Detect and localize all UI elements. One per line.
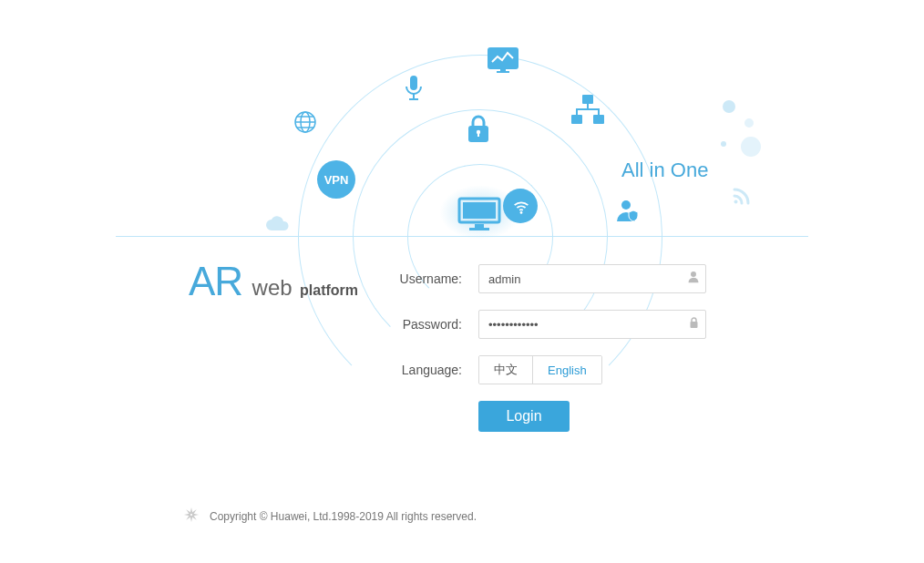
language-toggle: 中文 English [478,355,602,384]
svg-rect-15 [571,115,582,124]
brand-web: web [252,275,293,300]
decor-dot [723,100,735,113]
password-row: Password: [380,310,808,339]
svg-rect-1 [463,202,496,219]
decor-dot [721,141,726,147]
svg-rect-7 [477,133,479,137]
svg-point-4 [520,211,523,214]
svg-rect-13 [497,71,509,73]
brand: AR web platform [189,259,358,304]
network-icon [570,95,606,126]
svg-rect-9 [413,94,415,98]
decor-dot [741,137,761,157]
svg-rect-3 [469,228,489,230]
username-label: Username: [380,271,462,286]
hero-graphic: VPN All in One [116,0,808,237]
language-option-zh[interactable]: 中文 [479,356,532,384]
rss-icon [731,185,753,207]
decor-dot [744,118,754,128]
dashboard-icon [488,47,518,73]
language-option-en[interactable]: English [533,356,601,384]
username-row: Username: [380,264,808,293]
brand-ar: AR [189,259,242,303]
hero-baseline [116,236,808,237]
brand-platform: platform [300,282,358,298]
lock-icon [465,113,492,144]
footer: Copyright © Huawei, Ltd.1998-2019 All ri… [182,506,477,527]
globe-icon [293,110,317,134]
wifi-icon [503,189,538,223]
monitor-icon [457,196,502,232]
cloud-icon [264,216,292,232]
svg-rect-10 [409,98,418,100]
username-input[interactable] [478,264,706,293]
svg-rect-16 [593,115,604,124]
svg-rect-2 [475,224,484,228]
login-button[interactable]: Login [478,401,570,432]
svg-point-20 [734,200,738,204]
svg-point-19 [621,200,631,210]
svg-point-21 [691,271,696,277]
login-form: AR web platform Username: Password: [116,264,808,432]
language-row: Language: 中文 English [380,355,808,384]
vpn-label: VPN [324,173,349,187]
vpn-icon: VPN [317,160,355,199]
user-icon [688,271,699,287]
language-label: Language: [380,363,462,377]
microphone-icon [404,75,424,102]
password-input[interactable] [478,310,706,339]
svg-rect-22 [691,322,698,328]
hero-slogan: All in One [621,159,708,182]
vendor-logo-icon [182,506,200,527]
password-label: Password: [380,317,462,332]
lock-small-icon [689,316,699,333]
copyright-text: Copyright © Huawei, Ltd.1998-2019 All ri… [210,510,477,523]
user-shield-icon [615,198,642,223]
svg-rect-14 [582,95,593,104]
svg-rect-8 [410,76,417,90]
svg-rect-12 [500,69,506,71]
